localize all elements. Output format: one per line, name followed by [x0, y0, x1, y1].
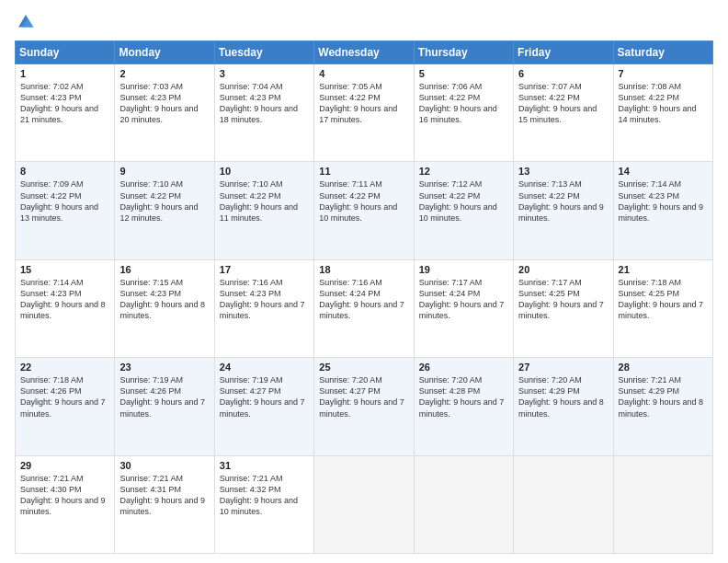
day-info: Sunrise: 7:14 AMSunset: 4:23 PMDaylight:…	[20, 277, 109, 322]
calendar-day-cell: 9 Sunrise: 7:10 AMSunset: 4:22 PMDayligh…	[115, 162, 214, 259]
day-number: 15	[20, 264, 109, 275]
weekday-header-tuesday: Tuesday	[214, 41, 313, 64]
calendar-day-cell	[414, 455, 513, 553]
logo	[15, 11, 40, 33]
calendar-week-row: 8 Sunrise: 7:09 AMSunset: 4:22 PMDayligh…	[16, 162, 713, 259]
calendar-day-cell: 17 Sunrise: 7:16 AMSunset: 4:23 PMDaylig…	[214, 259, 313, 357]
day-number: 16	[119, 264, 209, 275]
day-number: 19	[419, 264, 508, 275]
header	[15, 11, 713, 33]
day-info: Sunrise: 7:16 AMSunset: 4:24 PMDaylight:…	[319, 277, 408, 322]
calendar-day-cell: 24 Sunrise: 7:19 AMSunset: 4:27 PMDaylig…	[214, 358, 313, 455]
day-info: Sunrise: 7:18 AMSunset: 4:26 PMDaylight:…	[20, 374, 109, 419]
day-number: 10	[220, 166, 309, 177]
weekday-header-saturday: Saturday	[613, 41, 712, 64]
day-info: Sunrise: 7:19 AMSunset: 4:27 PMDaylight:…	[220, 374, 309, 419]
calendar-day-cell: 16 Sunrise: 7:15 AMSunset: 4:23 PMDaylig…	[115, 259, 214, 357]
day-number: 21	[619, 264, 708, 275]
weekday-header-wednesday: Wednesday	[314, 41, 414, 64]
day-info: Sunrise: 7:04 AMSunset: 4:23 PMDaylight:…	[220, 81, 309, 126]
day-number: 12	[419, 166, 508, 177]
calendar-day-cell: 23 Sunrise: 7:19 AMSunset: 4:26 PMDaylig…	[115, 358, 214, 455]
day-info: Sunrise: 7:21 AMSunset: 4:31 PMDaylight:…	[119, 473, 209, 518]
day-number: 13	[518, 166, 608, 177]
calendar-day-cell: 30 Sunrise: 7:21 AMSunset: 4:31 PMDaylig…	[115, 455, 214, 553]
calendar-day-cell: 5 Sunrise: 7:06 AMSunset: 4:22 PMDayligh…	[414, 64, 513, 162]
calendar-day-cell: 7 Sunrise: 7:08 AMSunset: 4:22 PMDayligh…	[613, 64, 712, 162]
calendar-day-cell: 2 Sunrise: 7:03 AMSunset: 4:23 PMDayligh…	[115, 64, 214, 162]
day-info: Sunrise: 7:10 AMSunset: 4:22 PMDaylight:…	[220, 178, 309, 224]
day-info: Sunrise: 7:07 AMSunset: 4:22 PMDaylight:…	[518, 81, 608, 126]
day-number: 11	[319, 166, 408, 177]
calendar-day-cell: 13 Sunrise: 7:13 AMSunset: 4:22 PMDaylig…	[514, 162, 613, 259]
calendar-day-cell	[613, 455, 712, 553]
day-info: Sunrise: 7:15 AMSunset: 4:23 PMDaylight:…	[119, 277, 209, 322]
day-info: Sunrise: 7:20 AMSunset: 4:28 PMDaylight:…	[419, 374, 508, 419]
calendar-day-cell: 12 Sunrise: 7:12 AMSunset: 4:22 PMDaylig…	[414, 162, 513, 259]
day-number: 14	[619, 166, 708, 177]
day-info: Sunrise: 7:14 AMSunset: 4:23 PMDaylight:…	[619, 178, 708, 224]
day-info: Sunrise: 7:16 AMSunset: 4:23 PMDaylight:…	[220, 277, 309, 322]
logo-icon	[15, 11, 37, 33]
calendar-day-cell: 29 Sunrise: 7:21 AMSunset: 4:30 PMDaylig…	[16, 455, 115, 553]
day-number: 6	[518, 68, 608, 79]
day-info: Sunrise: 7:19 AMSunset: 4:26 PMDaylight:…	[119, 374, 209, 419]
day-number: 25	[319, 362, 408, 373]
weekday-header-row: SundayMondayTuesdayWednesdayThursdayFrid…	[16, 41, 713, 64]
day-number: 7	[619, 68, 708, 79]
weekday-header-monday: Monday	[115, 41, 214, 64]
day-number: 20	[518, 264, 608, 275]
weekday-header-sunday: Sunday	[16, 41, 115, 64]
day-number: 27	[518, 362, 608, 373]
calendar-day-cell: 27 Sunrise: 7:20 AMSunset: 4:29 PMDaylig…	[514, 358, 613, 455]
day-number: 9	[119, 166, 209, 177]
calendar-day-cell	[314, 455, 414, 553]
day-info: Sunrise: 7:12 AMSunset: 4:22 PMDaylight:…	[419, 178, 508, 224]
calendar-day-cell: 6 Sunrise: 7:07 AMSunset: 4:22 PMDayligh…	[514, 64, 613, 162]
day-number: 4	[319, 68, 408, 79]
day-info: Sunrise: 7:05 AMSunset: 4:22 PMDaylight:…	[319, 81, 408, 126]
day-info: Sunrise: 7:13 AMSunset: 4:22 PMDaylight:…	[518, 178, 608, 224]
calendar-day-cell: 26 Sunrise: 7:20 AMSunset: 4:28 PMDaylig…	[414, 358, 513, 455]
day-number: 5	[419, 68, 508, 79]
day-number: 23	[119, 362, 209, 373]
day-number: 24	[220, 362, 309, 373]
calendar-day-cell: 18 Sunrise: 7:16 AMSunset: 4:24 PMDaylig…	[314, 259, 414, 357]
calendar-day-cell	[514, 455, 613, 553]
day-info: Sunrise: 7:17 AMSunset: 4:25 PMDaylight:…	[518, 277, 608, 322]
day-info: Sunrise: 7:17 AMSunset: 4:24 PMDaylight:…	[419, 277, 508, 322]
calendar-day-cell: 3 Sunrise: 7:04 AMSunset: 4:23 PMDayligh…	[214, 64, 313, 162]
calendar-day-cell: 10 Sunrise: 7:10 AMSunset: 4:22 PMDaylig…	[214, 162, 313, 259]
day-number: 28	[619, 362, 708, 373]
calendar-day-cell: 4 Sunrise: 7:05 AMSunset: 4:22 PMDayligh…	[314, 64, 414, 162]
calendar-day-cell: 1 Sunrise: 7:02 AMSunset: 4:23 PMDayligh…	[16, 64, 115, 162]
day-info: Sunrise: 7:18 AMSunset: 4:25 PMDaylight:…	[619, 277, 708, 322]
weekday-header-thursday: Thursday	[414, 41, 513, 64]
day-number: 26	[419, 362, 508, 373]
day-info: Sunrise: 7:21 AMSunset: 4:32 PMDaylight:…	[220, 473, 309, 518]
day-number: 3	[220, 68, 309, 79]
calendar-day-cell: 25 Sunrise: 7:20 AMSunset: 4:27 PMDaylig…	[314, 358, 414, 455]
calendar-table: SundayMondayTuesdayWednesdayThursdayFrid…	[15, 40, 713, 554]
page: SundayMondayTuesdayWednesdayThursdayFrid…	[0, 0, 728, 563]
day-number: 31	[220, 460, 309, 471]
day-info: Sunrise: 7:09 AMSunset: 4:22 PMDaylight:…	[20, 178, 109, 224]
day-info: Sunrise: 7:21 AMSunset: 4:29 PMDaylight:…	[619, 374, 708, 419]
calendar-day-cell: 14 Sunrise: 7:14 AMSunset: 4:23 PMDaylig…	[613, 162, 712, 259]
day-number: 8	[20, 166, 109, 177]
day-info: Sunrise: 7:08 AMSunset: 4:22 PMDaylight:…	[619, 81, 708, 126]
calendar-day-cell: 15 Sunrise: 7:14 AMSunset: 4:23 PMDaylig…	[16, 259, 115, 357]
calendar-day-cell: 11 Sunrise: 7:11 AMSunset: 4:22 PMDaylig…	[314, 162, 414, 259]
calendar-day-cell: 20 Sunrise: 7:17 AMSunset: 4:25 PMDaylig…	[514, 259, 613, 357]
day-info: Sunrise: 7:02 AMSunset: 4:23 PMDaylight:…	[20, 81, 109, 126]
day-info: Sunrise: 7:20 AMSunset: 4:29 PMDaylight:…	[518, 374, 608, 419]
day-number: 18	[319, 264, 408, 275]
day-number: 17	[220, 264, 309, 275]
day-info: Sunrise: 7:10 AMSunset: 4:22 PMDaylight:…	[119, 178, 209, 224]
day-number: 2	[119, 68, 209, 79]
day-info: Sunrise: 7:03 AMSunset: 4:23 PMDaylight:…	[119, 81, 209, 126]
calendar-day-cell: 28 Sunrise: 7:21 AMSunset: 4:29 PMDaylig…	[613, 358, 712, 455]
calendar-week-row: 15 Sunrise: 7:14 AMSunset: 4:23 PMDaylig…	[16, 259, 713, 357]
calendar-week-row: 22 Sunrise: 7:18 AMSunset: 4:26 PMDaylig…	[16, 358, 713, 455]
day-info: Sunrise: 7:20 AMSunset: 4:27 PMDaylight:…	[319, 374, 408, 419]
